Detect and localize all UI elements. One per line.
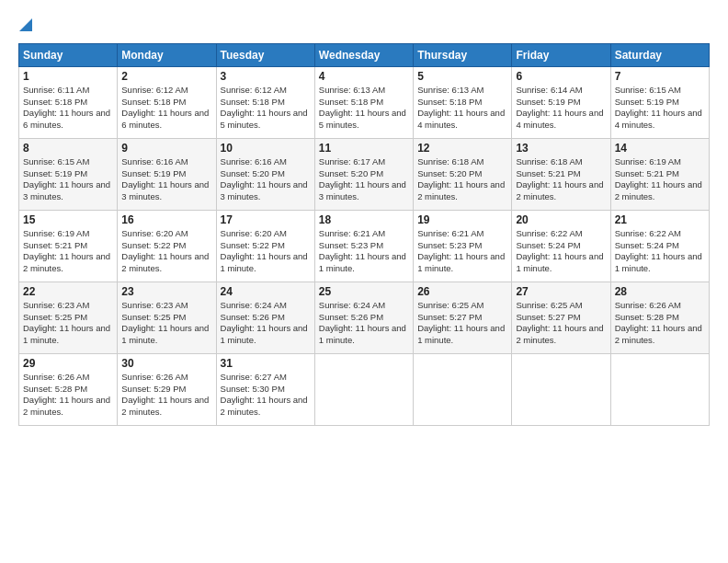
header	[18, 15, 710, 34]
day-info: Sunrise: 6:21 AMSunset: 5:23 PMDaylight:…	[319, 228, 409, 275]
day-number: 9	[121, 142, 211, 155]
day-number: 27	[516, 285, 606, 298]
day-info: Sunrise: 6:26 AMSunset: 5:29 PMDaylight:…	[121, 372, 211, 419]
day-info: Sunrise: 6:27 AMSunset: 5:30 PMDaylight:…	[221, 372, 311, 419]
day-info: Sunrise: 6:15 AMSunset: 5:19 PMDaylight:…	[615, 85, 705, 132]
day-info: Sunrise: 6:16 AMSunset: 5:19 PMDaylight:…	[121, 156, 211, 203]
calendar-cell: 26 Sunrise: 6:25 AMSunset: 5:27 PMDaylig…	[414, 282, 512, 353]
calendar-cell: 19 Sunrise: 6:21 AMSunset: 5:23 PMDaylig…	[414, 210, 512, 282]
calendar-week-row: 15 Sunrise: 6:19 AMSunset: 5:21 PMDaylig…	[19, 210, 710, 282]
day-number: 28	[615, 285, 705, 298]
calendar-header-row: SundayMondayTuesdayWednesdayThursdayFrid…	[19, 43, 710, 66]
calendar-header-tuesday: Tuesday	[216, 43, 314, 66]
day-number: 15	[23, 213, 113, 226]
day-info: Sunrise: 6:16 AMSunset: 5:20 PMDaylight:…	[221, 156, 311, 203]
day-number: 8	[23, 142, 113, 155]
calendar-cell: 6 Sunrise: 6:14 AMSunset: 5:19 PMDayligh…	[512, 66, 610, 138]
day-info: Sunrise: 6:23 AMSunset: 5:25 PMDaylight:…	[23, 300, 113, 347]
logo	[18, 15, 32, 34]
calendar-cell: 2 Sunrise: 6:12 AMSunset: 5:18 PMDayligh…	[118, 66, 216, 138]
day-info: Sunrise: 6:24 AMSunset: 5:26 PMDaylight:…	[319, 300, 409, 347]
day-number: 14	[615, 142, 705, 155]
day-number: 1	[23, 70, 113, 83]
calendar-week-row: 1 Sunrise: 6:11 AMSunset: 5:18 PMDayligh…	[19, 66, 710, 138]
day-info: Sunrise: 6:22 AMSunset: 5:24 PMDaylight:…	[516, 228, 606, 275]
day-info: Sunrise: 6:12 AMSunset: 5:18 PMDaylight:…	[221, 85, 311, 132]
day-info: Sunrise: 6:20 AMSunset: 5:22 PMDaylight:…	[221, 228, 311, 275]
day-number: 29	[23, 357, 113, 370]
day-info: Sunrise: 6:24 AMSunset: 5:26 PMDaylight:…	[221, 300, 311, 347]
day-number: 20	[516, 213, 606, 226]
calendar-cell: 10 Sunrise: 6:16 AMSunset: 5:20 PMDaylig…	[216, 138, 314, 210]
calendar-cell: 24 Sunrise: 6:24 AMSunset: 5:26 PMDaylig…	[216, 282, 314, 353]
day-info: Sunrise: 6:25 AMSunset: 5:27 PMDaylight:…	[417, 300, 507, 347]
calendar-cell: 3 Sunrise: 6:12 AMSunset: 5:18 PMDayligh…	[216, 66, 314, 138]
calendar-cell	[314, 353, 413, 425]
day-number: 23	[121, 285, 211, 298]
calendar-cell	[414, 353, 512, 425]
page: SundayMondayTuesdayWednesdayThursdayFrid…	[0, 0, 728, 563]
day-info: Sunrise: 6:19 AMSunset: 5:21 PMDaylight:…	[23, 228, 113, 275]
calendar-cell: 1 Sunrise: 6:11 AMSunset: 5:18 PMDayligh…	[19, 66, 118, 138]
day-number: 18	[319, 213, 409, 226]
calendar-cell: 5 Sunrise: 6:13 AMSunset: 5:18 PMDayligh…	[414, 66, 512, 138]
calendar-cell: 28 Sunrise: 6:26 AMSunset: 5:28 PMDaylig…	[610, 282, 709, 353]
day-number: 2	[121, 70, 211, 83]
calendar-cell: 30 Sunrise: 6:26 AMSunset: 5:29 PMDaylig…	[118, 353, 216, 425]
day-number: 3	[221, 70, 311, 83]
day-info: Sunrise: 6:12 AMSunset: 5:18 PMDaylight:…	[121, 85, 211, 132]
day-number: 6	[516, 70, 606, 83]
calendar-table: SundayMondayTuesdayWednesdayThursdayFrid…	[18, 43, 710, 426]
calendar-week-row: 22 Sunrise: 6:23 AMSunset: 5:25 PMDaylig…	[19, 282, 710, 353]
calendar-header-wednesday: Wednesday	[314, 43, 413, 66]
day-info: Sunrise: 6:13 AMSunset: 5:18 PMDaylight:…	[319, 85, 409, 132]
day-number: 30	[121, 357, 211, 370]
calendar-cell: 14 Sunrise: 6:19 AMSunset: 5:21 PMDaylig…	[610, 138, 709, 210]
day-info: Sunrise: 6:15 AMSunset: 5:19 PMDaylight:…	[23, 156, 113, 203]
day-number: 26	[417, 285, 507, 298]
calendar-header-thursday: Thursday	[414, 43, 512, 66]
calendar-cell	[512, 353, 610, 425]
calendar-cell: 13 Sunrise: 6:18 AMSunset: 5:21 PMDaylig…	[512, 138, 610, 210]
day-number: 21	[615, 213, 705, 226]
calendar-cell: 7 Sunrise: 6:15 AMSunset: 5:19 PMDayligh…	[610, 66, 709, 138]
calendar-cell: 23 Sunrise: 6:23 AMSunset: 5:25 PMDaylig…	[118, 282, 216, 353]
calendar-cell: 25 Sunrise: 6:24 AMSunset: 5:26 PMDaylig…	[314, 282, 413, 353]
day-number: 11	[319, 142, 409, 155]
day-info: Sunrise: 6:22 AMSunset: 5:24 PMDaylight:…	[615, 228, 705, 275]
calendar-cell: 12 Sunrise: 6:18 AMSunset: 5:20 PMDaylig…	[414, 138, 512, 210]
day-info: Sunrise: 6:14 AMSunset: 5:19 PMDaylight:…	[516, 85, 606, 132]
calendar-cell: 11 Sunrise: 6:17 AMSunset: 5:20 PMDaylig…	[314, 138, 413, 210]
day-number: 5	[417, 70, 507, 83]
calendar-cell: 29 Sunrise: 6:26 AMSunset: 5:28 PMDaylig…	[19, 353, 118, 425]
day-info: Sunrise: 6:20 AMSunset: 5:22 PMDaylight:…	[121, 228, 211, 275]
day-number: 25	[319, 285, 409, 298]
calendar-cell: 27 Sunrise: 6:25 AMSunset: 5:27 PMDaylig…	[512, 282, 610, 353]
day-number: 22	[23, 285, 113, 298]
calendar-cell: 17 Sunrise: 6:20 AMSunset: 5:22 PMDaylig…	[216, 210, 314, 282]
day-info: Sunrise: 6:17 AMSunset: 5:20 PMDaylight:…	[319, 156, 409, 203]
day-number: 17	[221, 213, 311, 226]
day-info: Sunrise: 6:21 AMSunset: 5:23 PMDaylight:…	[417, 228, 507, 275]
calendar-cell: 4 Sunrise: 6:13 AMSunset: 5:18 PMDayligh…	[314, 66, 413, 138]
calendar-cell: 21 Sunrise: 6:22 AMSunset: 5:24 PMDaylig…	[610, 210, 709, 282]
svg-marker-0	[19, 18, 32, 31]
day-number: 31	[221, 357, 311, 370]
day-number: 24	[221, 285, 311, 298]
day-number: 10	[221, 142, 311, 155]
calendar-header-monday: Monday	[118, 43, 216, 66]
day-info: Sunrise: 6:26 AMSunset: 5:28 PMDaylight:…	[615, 300, 705, 347]
calendar-cell	[610, 353, 709, 425]
day-info: Sunrise: 6:11 AMSunset: 5:18 PMDaylight:…	[23, 85, 113, 132]
day-info: Sunrise: 6:25 AMSunset: 5:27 PMDaylight:…	[516, 300, 606, 347]
calendar-week-row: 29 Sunrise: 6:26 AMSunset: 5:28 PMDaylig…	[19, 353, 710, 425]
day-info: Sunrise: 6:18 AMSunset: 5:20 PMDaylight:…	[417, 156, 507, 203]
day-number: 13	[516, 142, 606, 155]
calendar-header-sunday: Sunday	[19, 43, 118, 66]
calendar-cell: 31 Sunrise: 6:27 AMSunset: 5:30 PMDaylig…	[216, 353, 314, 425]
day-number: 12	[417, 142, 507, 155]
calendar-cell: 16 Sunrise: 6:20 AMSunset: 5:22 PMDaylig…	[118, 210, 216, 282]
day-info: Sunrise: 6:13 AMSunset: 5:18 PMDaylight:…	[417, 85, 507, 132]
day-info: Sunrise: 6:19 AMSunset: 5:21 PMDaylight:…	[615, 156, 705, 203]
day-number: 4	[319, 70, 409, 83]
